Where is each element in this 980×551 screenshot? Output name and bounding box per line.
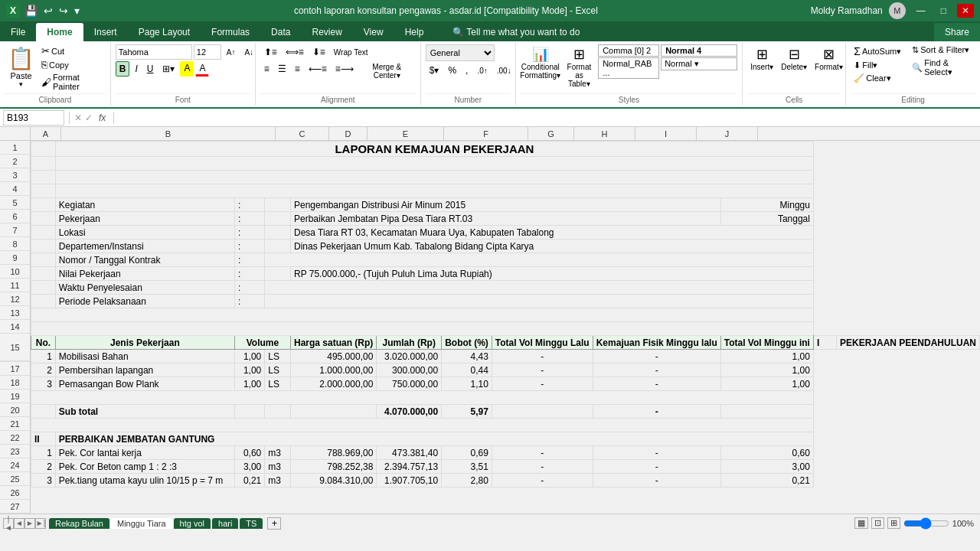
cell-g18[interactable]: 4,43 <box>442 350 492 364</box>
zoom-slider[interactable] <box>903 517 949 530</box>
align-middle-button[interactable]: ⟺≡ <box>282 44 308 60</box>
cell-d22[interactable] <box>265 405 291 419</box>
cell-b10[interactable]: Nilai Pekerjaan <box>55 267 234 281</box>
col-header-b[interactable]: B <box>61 127 276 140</box>
cell-row21[interactable] <box>31 391 814 405</box>
col-header-a[interactable]: A <box>31 127 61 140</box>
cell-g27[interactable]: 2,80 <box>442 474 492 487</box>
col-header-d[interactable]: D <box>329 127 368 140</box>
sheet-tab-ts[interactable]: TS <box>240 518 263 529</box>
cell-a10[interactable] <box>31 267 56 281</box>
fill-color-button[interactable]: A <box>180 61 194 77</box>
align-top-button[interactable]: ⬆≡ <box>260 44 281 60</box>
cell-h25[interactable]: - <box>492 446 593 460</box>
cell-a5[interactable] <box>31 198 56 212</box>
cell-row13[interactable] <box>31 308 814 322</box>
share-button[interactable]: Share <box>934 23 980 41</box>
view-layout-icon[interactable]: ⊡ <box>871 517 884 529</box>
cell-c20[interactable]: 1,00 <box>234 377 264 391</box>
increase-indent-button[interactable]: ≡⟶ <box>332 61 358 77</box>
row-21-header[interactable]: 21 <box>0 417 30 431</box>
tab-data[interactable]: Data <box>260 23 301 41</box>
col-header-h[interactable]: H <box>574 127 635 140</box>
undo-button[interactable]: ↩ <box>42 3 54 18</box>
cell-j25[interactable]: 0,60 <box>720 446 813 460</box>
cell-c18[interactable]: 1,00 <box>234 350 264 364</box>
cell-b15[interactable]: Jenis Pekerjaan <box>55 336 234 350</box>
tab-tell-me[interactable]: 🔍 Tell me what you want to do <box>442 23 590 41</box>
cut-button[interactable]: ✂ Cut <box>39 44 106 57</box>
next-sheet-button[interactable]: ► <box>24 518 35 529</box>
cell-a18[interactable]: 1 <box>31 350 56 364</box>
sort-filter-button[interactable]: ⇅ Sort & Filter▾ <box>909 44 975 56</box>
comma-style[interactable]: Comma [0] 2 <box>598 44 659 57</box>
row-23-header[interactable]: 23 <box>0 445 30 458</box>
col-header-j[interactable]: J <box>697 127 758 140</box>
cell-e7[interactable]: Desa Tiara RT 03, Kecamatan Muara Uya, K… <box>290 226 813 240</box>
cell-d9[interactable] <box>265 253 814 267</box>
cell-i20[interactable]: - <box>593 377 720 391</box>
row-1-header[interactable]: 1 <box>0 141 30 155</box>
row-19-header[interactable]: 19 <box>0 390 30 403</box>
cell-b7[interactable]: Lokasi <box>55 226 234 240</box>
delete-cells-button[interactable]: ⊟ Delete▾ <box>778 44 810 73</box>
col-header-f[interactable]: F <box>444 127 528 140</box>
row-11-header[interactable]: 11 <box>0 279 30 292</box>
number-format-select[interactable]: General Number Currency <box>426 44 495 61</box>
cell-b1-title[interactable]: LAPORAN KEMAJUAN PEKERJAAN <box>55 142 813 157</box>
cell-i27[interactable]: - <box>593 474 720 487</box>
cell-b4[interactable] <box>55 184 813 198</box>
cell-j19[interactable]: 1,00 <box>720 364 813 377</box>
normal-rab-style[interactable]: Normal_RAB ... <box>598 57 659 79</box>
dec-inc-button[interactable]: .0↑ <box>473 63 491 78</box>
cell-h15[interactable]: Total Vol Minggu Lalu <box>492 336 593 350</box>
cell-c25[interactable]: 0,60 <box>234 446 264 460</box>
decrease-indent-button[interactable]: ⟵≡ <box>305 61 331 77</box>
cell-a17[interactable]: I <box>813 336 836 350</box>
cell-j6[interactable]: Tanggal <box>720 212 813 226</box>
percent-button[interactable]: % <box>444 63 460 78</box>
row-14-header[interactable]: 14 <box>0 320 30 334</box>
minimize-button[interactable]: — <box>912 4 930 18</box>
cell-a11[interactable] <box>31 281 56 295</box>
paste-dropdown[interactable]: ▾ <box>19 80 23 88</box>
cell-b5[interactable]: Kegiatan <box>55 198 234 212</box>
cell-row14[interactable] <box>31 322 814 336</box>
cell-h22[interactable] <box>492 405 593 419</box>
row-17-header[interactable]: 17 <box>0 362 30 376</box>
cell-b24[interactable]: PERBAIKAN JEMBATAN GANTUNG <box>55 432 813 446</box>
cell-d7[interactable] <box>265 226 291 240</box>
increase-font-button[interactable]: A↑ <box>223 44 240 60</box>
cell-i26[interactable]: - <box>593 460 720 474</box>
cell-a25[interactable]: 1 <box>31 446 56 460</box>
cell-f18[interactable]: 3.020.000,00 <box>377 350 442 364</box>
name-box[interactable] <box>3 110 64 126</box>
normal4-style[interactable]: Normal 4 <box>661 44 737 57</box>
align-bottom-button[interactable]: ⬇≡ <box>309 44 329 60</box>
sheet-tab-rekap[interactable]: Rekap Bulan <box>49 518 109 529</box>
cell-b2[interactable] <box>55 157 813 171</box>
cell-a20[interactable]: 3 <box>31 377 56 391</box>
cell-h18[interactable]: - <box>492 350 593 364</box>
cell-e22[interactable] <box>290 405 376 419</box>
paste-button[interactable]: 📋 Paste ▾ <box>5 44 38 90</box>
row-12-header[interactable]: 12 <box>0 292 30 306</box>
cell-j15[interactable]: Total Vol Minggu ini <box>720 336 813 350</box>
normal-dropdown[interactable]: Normal ▾ <box>661 57 737 70</box>
row-25-header[interactable]: 25 <box>0 472 30 486</box>
cell-d18[interactable]: LS <box>265 350 291 364</box>
close-button[interactable]: ✕ <box>957 4 974 18</box>
cell-a27[interactable]: 3 <box>31 474 56 487</box>
fill-button[interactable]: ⬇ Fill▾ <box>851 60 904 71</box>
cell-e5[interactable]: Pengembangan Distribusi Air Minum 2015 <box>290 198 720 212</box>
cell-e18[interactable]: 495.000,00 <box>290 350 376 364</box>
format-painter-button[interactable]: 🖌 Format Painter <box>39 72 106 92</box>
cell-d10[interactable] <box>265 267 291 281</box>
copy-button[interactable]: ⎘ Copy <box>39 58 106 71</box>
redo-button[interactable]: ↪ <box>57 3 70 18</box>
cell-j5[interactable]: Minggu <box>720 198 813 212</box>
tab-page-layout[interactable]: Page Layout <box>128 23 201 41</box>
comma-button[interactable]: , <box>462 63 472 78</box>
sheet-tab-minggu[interactable]: Minggu Tiara <box>111 518 172 529</box>
cell-b20[interactable]: Pemasangan Bow Plank <box>55 377 234 391</box>
